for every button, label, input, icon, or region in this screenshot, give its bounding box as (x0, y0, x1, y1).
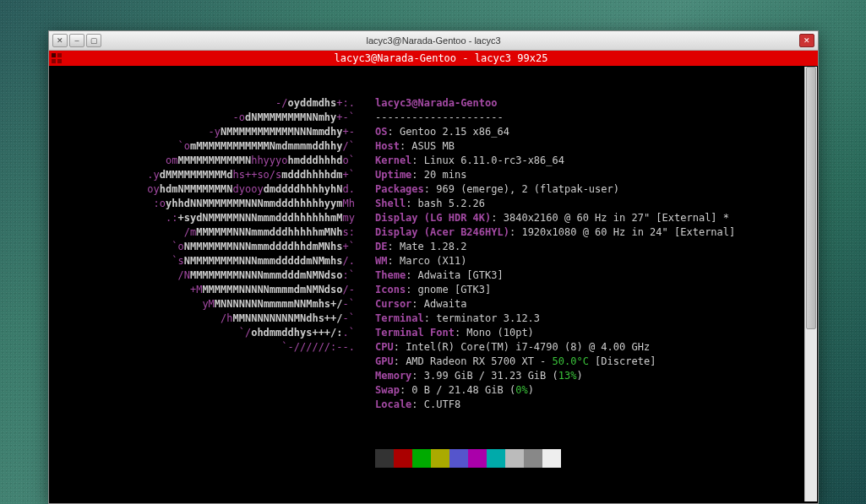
titlebar[interactable]: ✕ – ▢ lacyc3@Narada-Gentoo - lacyc3 ✕ (49, 31, 818, 51)
info-line: CPU: Intel(R) Core(TM) i7-4790 (8) @ 4.0… (355, 340, 650, 355)
ascii-logo-line: oyhdmNMMMMMMMNdyooydmddddhhhhyhNd. (54, 182, 355, 197)
terminal-line: `sNMMMMMMMMNNNmmmdddddmNMmhs/.WM: Marco … (54, 254, 813, 268)
ascii-logo-line: -odNMMMMMMMMNNmhy+-` (54, 111, 355, 125)
palette-swatch (542, 449, 561, 468)
ascii-logo-line: /hMMNNNNNNNNMNdhs++/-` (54, 312, 355, 326)
palette-swatch (524, 449, 542, 468)
info-line: Kernel: Linux 6.11.0-rc3-x86_64 (355, 154, 564, 168)
palette-swatch (412, 449, 431, 468)
ascii-logo-line (54, 383, 355, 398)
info-line: Theme: Adwaita [GTK3] (355, 268, 504, 283)
info-line: Memory: 3.99 GiB / 31.23 GiB (13%) (355, 369, 583, 383)
ascii-logo-line: +MMMMMMMNNNNNmmmmdmNMNdso/- (54, 283, 355, 297)
info-line: Uptime: 20 mins (355, 168, 466, 182)
info-line: Shell: bash 5.2.26 (355, 197, 485, 211)
terminal-line: +MMMMMMMNNNNNmmmmdmNMNdso/-Icons: gnome … (54, 283, 813, 297)
terminal-line: -/oyddmdhs+:.lacyc3@Narada-Gentoo (54, 96, 813, 111)
info-line: lacyc3@Narada-Gentoo (355, 96, 498, 111)
info-line: Display (Acer B246HYL): 1920x1080 @ 60 H… (355, 225, 735, 240)
terminal-line: /NMMMMMMMMNNNNmmmdddmNMNdso:`Theme: Adwa… (54, 268, 813, 283)
ascii-logo-line: `-//////:--. (54, 340, 355, 355)
terminal-line: -odNMMMMMMMMNNmhy+-`--------------------… (54, 111, 813, 125)
ascii-logo-line: :oyhhdNNMMMMMMMNNNmmdddhhhhhyymMh (54, 197, 355, 211)
ascii-logo-line: -yNMMMMMMMMMMMNNNmmdhy+- (54, 125, 355, 139)
info-line: Terminal: terminator 3.12.3 (355, 312, 540, 326)
terminal-line: oyhdmNMMMMMMMNdyooydmddddhhhhyhNd.Packag… (54, 182, 813, 197)
palette-swatch (468, 449, 487, 468)
terminal-line: `-//////:--.CPU: Intel(R) Core(TM) i7-47… (54, 340, 813, 355)
scrollbar[interactable] (804, 67, 817, 501)
terminal-line: yMMNNNNNNNmmmmmNNMmhs+/-`Cursor: Adwaita (54, 297, 813, 312)
terminal-line: Swap: 0 B / 21.48 GiB (0%) (54, 383, 813, 398)
ascii-logo-line: `/ohdmmddhys+++/:.` (54, 326, 355, 340)
svg-rect-3 (57, 59, 62, 63)
info-line: OS: Gentoo 2.15 x86_64 (355, 125, 509, 139)
info-line: Cursor: Adwaita (355, 297, 466, 312)
maximize-button[interactable]: ▢ (86, 34, 101, 47)
palette-swatch (505, 449, 524, 468)
terminator-tab-bar[interactable]: lacyc3@Narada-Gentoo - lacyc3 99x25 (49, 51, 818, 66)
info-line: GPU: AMD Radeon RX 5700 XT - 50.0°C [Dis… (355, 355, 656, 369)
terminal-output[interactable]: -/oyddmdhs+:.lacyc3@Narada-Gentoo-odNMMM… (49, 66, 818, 503)
terminal-line: Locale: C.UTF8 (54, 398, 813, 412)
info-line: Terminal Font: Mono (10pt) (355, 326, 534, 340)
ascii-logo-line (54, 355, 355, 369)
terminal-line: GPU: AMD Radeon RX 5700 XT - 50.0°C [Dis… (54, 355, 813, 369)
ascii-logo-line: yMMNNNNNNNmmmmmNNMmhs+/-` (54, 297, 355, 312)
palette-swatch (431, 449, 449, 468)
window-controls: ✕ – ▢ (49, 34, 101, 47)
ascii-logo-line: omMMMMMMMMMMMNhhyyyohmdddhhhdo` (54, 154, 355, 168)
palette-swatch (449, 449, 468, 468)
ascii-logo-line: .ydMMMMMMMMMMdhs++so/smdddhhhhdm+` (54, 168, 355, 182)
terminal-line: .ydMMMMMMMMMMdhs++so/smdddhhhhdm+`Uptime… (54, 168, 813, 182)
terminal-line: omMMMMMMMMMMMNhhyyyohmdddhhhdo`Kernel: L… (54, 154, 813, 168)
terminal-area: lacyc3@Narada-Gentoo - lacyc3 99x25 -/oy… (49, 51, 818, 503)
terminal-line: .:+sydNMMMMMNNNmmmdddhhhhhhmMmyDisplay (… (54, 211, 813, 225)
info-line: WM: Marco (X11) (355, 254, 466, 268)
terminal-line: Memory: 3.99 GiB / 31.23 GiB (13%) (54, 369, 813, 383)
ascii-logo-line: -/oyddmdhs+:. (54, 96, 355, 111)
close-button[interactable]: ✕ (52, 34, 68, 47)
palette-swatch (394, 449, 412, 468)
scrollbar-thumb[interactable] (806, 67, 816, 329)
ascii-logo-line (54, 398, 355, 412)
svg-rect-1 (57, 53, 62, 57)
palette-swatch (375, 449, 394, 468)
terminal-line: `/ohdmmddhys+++/:.`Terminal Font: Mono (… (54, 326, 813, 340)
info-line: Packages: 969 (emerge), 2 (flatpak-user) (355, 182, 619, 197)
ascii-logo-line: /NMMMMMMMMNNNNmmmdddmNMNdso:` (54, 268, 355, 283)
palette-swatch (487, 449, 505, 468)
color-palette (375, 449, 813, 468)
info-line: DE: Mate 1.28.2 (355, 240, 466, 254)
terminal-window: ✕ – ▢ lacyc3@Narada-Gentoo - lacyc3 ✕ la… (48, 30, 819, 504)
ascii-logo-line: /mMMMMMMNNNmmmdddhhhhhmMNhs: (54, 225, 355, 240)
ascii-logo-line: `omMMMMMMMMMMMMNmdmmmmddhhy/` (54, 139, 355, 154)
close-button-right[interactable]: ✕ (799, 34, 814, 47)
info-line: Host: ASUS MB (355, 139, 455, 154)
terminal-line: /mMMMMMMNNNmmmdddhhhhhmMNhs:Display (Ace… (54, 225, 813, 240)
minimize-button[interactable]: – (69, 34, 84, 47)
window-title: lacyc3@Narada-Gentoo - lacyc3 (49, 35, 818, 46)
terminal-line: :oyhhdNNMMMMMMMNNNmmdddhhhhhyymMhShell: … (54, 197, 813, 211)
info-line: Locale: C.UTF8 (355, 398, 460, 412)
terminator-title: lacyc3@Narada-Gentoo - lacyc3 99x25 (64, 52, 818, 64)
terminal-line: `oNMMMMMMMNNNmmmddddhhdmMNhs+`DE: Mate 1… (54, 240, 813, 254)
terminal-line: /hMMNNNNNNNNMNdhs++/-`Terminal: terminat… (54, 312, 813, 326)
terminal-line: -yNMMMMMMMMMMMNNNmmdhy+-OS: Gentoo 2.15 … (54, 125, 813, 139)
terminal-line: `omMMMMMMMMMMMMNmdmmmmddhhy/`Host: ASUS … (54, 139, 813, 154)
info-line: Swap: 0 B / 21.48 GiB (0%) (355, 383, 534, 398)
split-grid-icon[interactable] (49, 53, 64, 63)
svg-rect-0 (52, 53, 56, 57)
ascii-logo-line: `sNMMMMMMMMNNNmmmdddddmNMmhs/. (54, 254, 355, 268)
ascii-logo-line (54, 369, 355, 383)
ascii-logo-line: `oNMMMMMMMNNNmmmddddhhdmMNhs+` (54, 240, 355, 254)
info-line: Icons: gnome [GTK3] (355, 283, 491, 297)
info-line: --------------------- (355, 111, 504, 125)
info-line: Display (LG HDR 4K): 3840x2160 @ 60 Hz i… (355, 211, 729, 225)
svg-rect-2 (52, 59, 56, 63)
ascii-logo-line: .:+sydNMMMMMNNNmmmdddhhhhhhmMmy (54, 211, 355, 225)
